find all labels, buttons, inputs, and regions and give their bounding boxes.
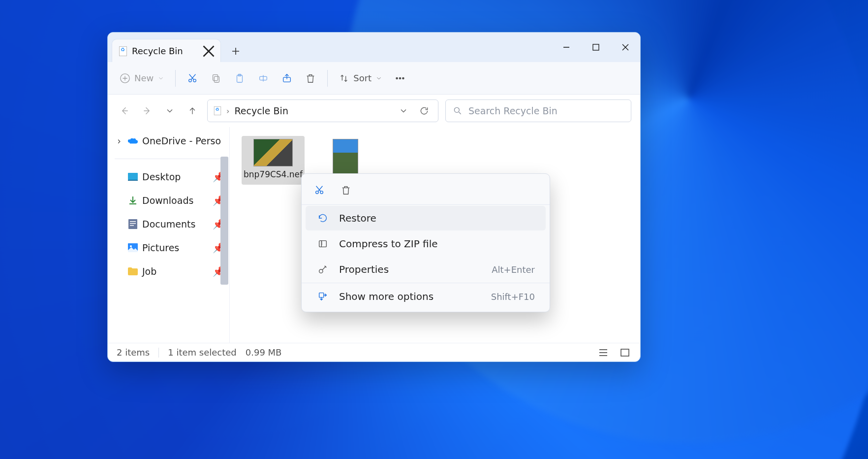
status-size: 0.99 MB <box>246 347 282 358</box>
pictures-icon <box>127 242 138 253</box>
forward-button[interactable] <box>139 103 155 119</box>
context-menu-properties[interactable]: Properties Alt+Enter <box>306 257 546 282</box>
restore-icon <box>316 213 329 224</box>
up-button[interactable] <box>185 103 200 119</box>
body: › OneDrive - Perso Desktop 📌 Downloads 📌 <box>108 127 640 343</box>
navigation-pane: › OneDrive - Perso Desktop 📌 Downloads 📌 <box>108 127 230 343</box>
file-item[interactable]: bnp79CS4.nef <box>242 136 305 185</box>
copy-button[interactable] <box>205 67 227 89</box>
svg-rect-0 <box>593 44 599 50</box>
sidebar-item-label: Pictures <box>142 242 179 253</box>
tab-close-button[interactable] <box>202 44 216 58</box>
tab-title: Recycle Bin <box>132 46 197 56</box>
svg-rect-26 <box>319 293 324 297</box>
file-thumbnail <box>333 139 358 178</box>
context-menu: Restore Compress to ZIP file Properties … <box>301 173 550 312</box>
more-options-icon <box>316 291 329 302</box>
window-controls <box>552 33 640 62</box>
svg-rect-24 <box>319 241 327 247</box>
breadcrumb-location[interactable]: Recycle Bin <box>234 105 288 116</box>
sidebar-item-label: Desktop <box>142 171 181 182</box>
svg-point-10 <box>396 77 398 79</box>
context-menu-compress[interactable]: Compress to ZIP file <box>306 231 546 256</box>
context-menu-shortcut: Alt+Enter <box>492 264 535 275</box>
context-menu-show-more[interactable]: Show more options Shift+F10 <box>306 284 546 309</box>
share-button[interactable] <box>276 67 298 89</box>
context-menu-restore[interactable]: Restore <box>306 206 546 230</box>
cut-button[interactable] <box>182 67 203 89</box>
svg-rect-4 <box>215 76 219 82</box>
close-window-button[interactable] <box>611 35 640 59</box>
delete-icon[interactable] <box>339 183 353 197</box>
svg-point-21 <box>130 245 132 247</box>
minimize-button[interactable] <box>552 35 581 59</box>
history-dropdown-button[interactable] <box>396 103 411 119</box>
svg-rect-5 <box>213 74 218 80</box>
context-menu-label: Show more options <box>339 291 434 302</box>
refresh-button[interactable] <box>416 103 432 119</box>
back-button[interactable] <box>117 103 132 119</box>
search-input[interactable] <box>468 105 624 116</box>
sidebar-item-job[interactable]: Job 📌 <box>108 260 229 283</box>
new-button-label: New <box>134 73 154 83</box>
sidebar-item-label: Job <box>142 266 156 277</box>
rename-button[interactable] <box>252 67 274 89</box>
svg-rect-18 <box>130 223 136 224</box>
folder-icon <box>127 266 138 277</box>
recent-locations-button[interactable] <box>162 103 178 119</box>
documents-icon <box>127 219 138 230</box>
address-bar[interactable]: › Recycle Bin <box>207 99 438 122</box>
downloads-icon <box>127 195 138 206</box>
new-tab-button[interactable] <box>225 40 247 62</box>
context-menu-shortcut: Shift+F10 <box>491 292 535 302</box>
search-bar[interactable] <box>445 99 631 122</box>
paste-button[interactable] <box>229 67 250 89</box>
file-explorer-window: Recycle Bin New Sort <box>107 32 641 362</box>
details-view-button[interactable] <box>597 347 610 358</box>
svg-rect-17 <box>130 221 136 222</box>
chevron-right-icon: › <box>115 135 124 146</box>
address-row: › Recycle Bin <box>108 95 640 127</box>
sidebar-item-documents[interactable]: Documents 📌 <box>108 212 229 236</box>
new-button[interactable]: New <box>115 67 169 89</box>
more-button[interactable] <box>389 67 411 89</box>
tab-recycle-bin[interactable]: Recycle Bin <box>112 39 221 63</box>
context-menu-label: Properties <box>339 263 389 275</box>
sidebar-item-downloads[interactable]: Downloads 📌 <box>108 189 229 212</box>
maximize-button[interactable] <box>581 35 611 59</box>
svg-rect-19 <box>130 225 134 226</box>
tab-strip: Recycle Bin <box>108 33 640 62</box>
delete-button[interactable] <box>300 67 321 89</box>
svg-point-11 <box>400 77 401 79</box>
sidebar-item-label: Documents <box>142 219 195 230</box>
nav-scrollbar[interactable] <box>220 157 228 285</box>
sidebar-item-desktop[interactable]: Desktop 📌 <box>108 165 229 189</box>
recycle-bin-icon <box>119 46 127 56</box>
context-menu-label: Compress to ZIP file <box>339 238 438 250</box>
properties-icon <box>316 264 329 275</box>
context-menu-label: Restore <box>339 212 376 224</box>
search-icon <box>453 106 463 116</box>
content-area[interactable]: bnp79CS4.nef Restore Compress to ZIP <box>230 127 640 343</box>
svg-rect-16 <box>128 219 137 229</box>
cut-icon[interactable] <box>312 183 326 197</box>
status-selection: 1 item selected <box>168 347 237 358</box>
svg-point-25 <box>319 269 323 273</box>
recycle-bin-icon <box>214 106 221 115</box>
sidebar-item-onedrive[interactable]: › OneDrive - Perso <box>108 129 229 153</box>
sidebar-item-pictures[interactable]: Pictures 📌 <box>108 236 229 260</box>
status-item-count: 2 items <box>117 347 150 358</box>
svg-point-12 <box>403 77 404 79</box>
chevron-right-icon: › <box>226 106 229 116</box>
onedrive-icon <box>127 135 138 146</box>
svg-point-13 <box>454 107 459 112</box>
status-bar: 2 items 1 item selected 0.99 MB <box>108 343 640 361</box>
sidebar-item-label: Downloads <box>142 195 193 206</box>
sort-button[interactable]: Sort <box>334 67 387 89</box>
desktop-icon <box>127 171 138 182</box>
file-thumbnail <box>253 139 293 166</box>
zip-icon <box>316 238 329 249</box>
sidebar-item-label: OneDrive - Perso <box>142 135 221 146</box>
sort-button-label: Sort <box>353 73 372 83</box>
thumbnails-view-button[interactable] <box>619 347 631 358</box>
